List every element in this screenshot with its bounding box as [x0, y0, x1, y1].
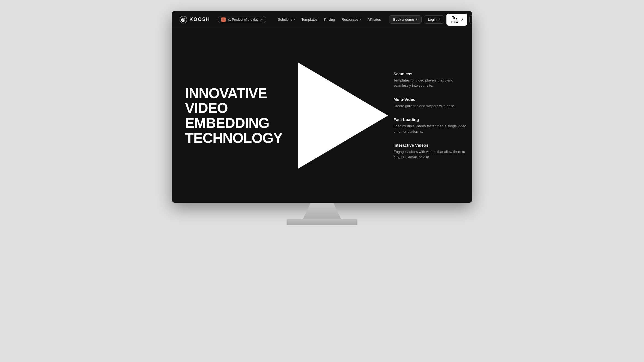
nav-right: Book a demo ↗ Login ↗ Try now ↗ ☽: [389, 14, 472, 26]
logo[interactable]: ◎ KOOSH: [180, 16, 210, 23]
hero-section: INNOVATIVEVIDEOEMBEDDINGTECHNOLOGY Seaml…: [172, 28, 472, 203]
product-hunt-badge[interactable]: P #1 Product of the day ↗: [218, 16, 266, 23]
monitor-wrapper: ◎ KOOSH P #1 Product of the day ↗ Soluti…: [172, 11, 472, 225]
hero-play-area[interactable]: [298, 28, 388, 203]
play-button-icon[interactable]: [298, 62, 388, 169]
feature-fastloading-desc: Load multiple videos faster than a singl…: [393, 123, 467, 134]
feature-interactive: Interactive Videos Engage visitors with …: [393, 143, 467, 160]
badge-arrow: ↗: [260, 18, 263, 22]
hero-features: Seamless Templates for video players tha…: [388, 28, 472, 203]
feature-multivideo-title: Multi-Video: [393, 97, 467, 102]
book-demo-arrow: ↗: [415, 18, 418, 21]
solutions-chevron: ▾: [294, 18, 295, 21]
try-now-arrow: ↗: [461, 18, 463, 22]
feature-multi-video: Multi-Video Create galleries and swipers…: [393, 97, 467, 109]
try-now-button[interactable]: Try now ↗: [446, 14, 467, 26]
nav-solutions[interactable]: Solutions ▾: [275, 16, 297, 23]
stand-neck: [303, 203, 341, 219]
nav-resources[interactable]: Resources ▾: [339, 16, 364, 23]
login-button[interactable]: Login ↗: [424, 15, 444, 24]
feature-multivideo-desc: Create galleries and swipers with ease.: [393, 103, 467, 109]
resources-chevron: ▾: [360, 18, 361, 21]
feature-interactive-title: Interactive Videos: [393, 143, 467, 147]
nav-affiliates[interactable]: Affiliates: [365, 16, 384, 23]
logo-icon: ◎: [180, 16, 187, 23]
book-demo-button[interactable]: Book a demo ↗: [389, 15, 422, 24]
feature-seamless-title: Seamless: [393, 71, 467, 76]
badge-label: #1 Product of the day: [227, 18, 258, 22]
nav-templates[interactable]: Templates: [299, 16, 320, 23]
hero-title: INNOVATIVEVIDEOEMBEDDINGTECHNOLOGY: [185, 86, 282, 145]
feature-interactive-desc: Engage visitors with videos that allow t…: [393, 149, 467, 160]
monitor-screen: ◎ KOOSH P #1 Product of the day ↗ Soluti…: [172, 11, 472, 203]
hero-left: INNOVATIVEVIDEOEMBEDDINGTECHNOLOGY: [172, 28, 298, 203]
stand-base: [287, 219, 357, 225]
logo-text: KOOSH: [189, 17, 210, 22]
producthunt-icon: P: [221, 17, 226, 22]
dark-mode-toggle[interactable]: ☽: [469, 15, 472, 24]
navbar: ◎ KOOSH P #1 Product of the day ↗ Soluti…: [172, 11, 472, 28]
nav-pricing[interactable]: Pricing: [321, 16, 338, 23]
nav-links: Solutions ▾ Templates Pricing Resources …: [275, 16, 384, 23]
feature-fastloading-title: Fast Loading: [393, 117, 467, 122]
feature-seamless-desc: Templates for video players that blend s…: [393, 78, 467, 88]
moon-icon: ☽: [471, 17, 472, 22]
monitor-stand: [287, 203, 357, 225]
feature-seamless: Seamless Templates for video players tha…: [393, 71, 467, 88]
feature-fast-loading: Fast Loading Load multiple videos faster…: [393, 117, 467, 134]
login-arrow: ↗: [438, 18, 440, 21]
